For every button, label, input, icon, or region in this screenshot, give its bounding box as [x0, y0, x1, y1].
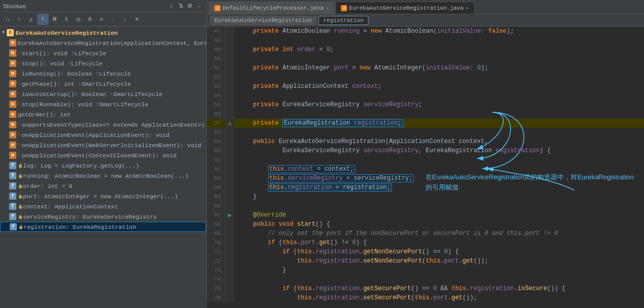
code-line-58: 58 [207, 128, 644, 137]
item-label: serviceRegistry: EurekaServiceRegistry [23, 214, 157, 220]
list-item[interactable]: m ↑ isRunning(): boolean ↑Lifecycle [0, 68, 206, 79]
list-item[interactable]: f 🔒 port: AtomicInteger = new AtomicInte… [0, 191, 206, 201]
line-gutter [225, 137, 234, 146]
line-gutter [225, 266, 234, 275]
item-label: order: int = 0 [23, 183, 72, 189]
override-icon: ↑ [18, 132, 20, 137]
tab-default-lifecycle[interactable]: J DefaultLifecycleProcessor.java ✕ [209, 2, 334, 14]
line-gutter [225, 27, 234, 36]
list-item[interactable]: m EurekaAutoServiceRegistration(Applicat… [0, 38, 206, 48]
line-gutter [225, 256, 234, 266]
method-icon: m [9, 152, 16, 159]
line-content [234, 128, 644, 137]
list-item[interactable]: m getOrder(): int [0, 109, 206, 120]
line-content: if (this.registration.getNonSecurePort()… [234, 247, 644, 256]
method-icon: m [9, 101, 16, 108]
line-gutter [225, 247, 234, 256]
line-content: this.serviceRegistry = serviceRegistry; [234, 174, 644, 183]
line-gutter [225, 128, 234, 137]
list-item[interactable]: m ↑ onApplicationEvent(WebServerlnitiali… [0, 140, 206, 150]
tab-eureka-registration[interactable]: J EurekaAutoServiceRegistration.java ✕ [335, 2, 474, 14]
code-line-53: 53 private ApplicationContext context; [207, 82, 644, 91]
breadcrumb-bar: EurekaAutoServiceRegistration registrati… [207, 14, 644, 27]
settings-btn[interactable]: ⚙ [186, 2, 194, 10]
line-content: public EurekaAutoServiceRegistration(App… [234, 137, 644, 146]
a-filter-btn[interactable]: A [84, 14, 95, 25]
line-gutter [225, 82, 234, 91]
item-label: port: AtomicInteger = new AtomicInteger(… [23, 193, 178, 200]
tab-close-btn[interactable]: ✕ [466, 5, 469, 11]
line-content: private ApplicationContext context; [234, 82, 644, 91]
item-label: log: Log = LogFactory.getLog(...) [23, 162, 139, 169]
code-line-51: 51 private AtomicInteger port = new Atom… [207, 63, 644, 73]
line-number: 65 [207, 192, 225, 201]
up-btn[interactable]: ↑ [14, 14, 25, 25]
list-item[interactable]: f 🔒 running: AtomicBoolean = new AtomicB… [0, 171, 206, 181]
item-label: onApplicationEvent(WebServerlnitializedE… [21, 142, 201, 149]
line-number: 68 [207, 220, 225, 229]
breadcrumb-field[interactable]: registration [318, 16, 368, 25]
list-item[interactable]: f 🔒 context: ApplicationContext [0, 201, 206, 211]
list-item[interactable]: m ↑ getPhase(): int ↑SmartLifecycle [0, 79, 206, 89]
line-gutter [225, 183, 234, 192]
list-item[interactable]: m ↑ stop(): void ↑Lifecycle [0, 58, 206, 68]
line-gutter-play: ▶ [225, 210, 234, 220]
list-item[interactable]: m ↑ start(): void ↑Lifecycle [0, 48, 206, 58]
line-number: 52 [207, 73, 225, 82]
close-btn[interactable]: ✕ [131, 14, 142, 25]
lambda-filter-btn[interactable]: λ [61, 14, 72, 25]
lock-icon: 🔒 [18, 184, 22, 188]
list-item[interactable]: f 🔒 serviceRegistry: EurekaServiceRegist… [0, 211, 206, 222]
expand-btn[interactable]: → [195, 2, 203, 10]
right-panel: J DefaultLifecycleProcessor.java ✕ J Eur… [207, 0, 644, 308]
breadcrumb-class[interactable]: EurekaAutoServiceRegistration [210, 16, 316, 25]
item-label: isAutoStartup(): boolean ↑SmartLifecycle [21, 91, 162, 98]
list-item[interactable]: m ↑ onApplicationEvent(ContextClosedEven… [0, 150, 206, 160]
tree-root-item[interactable]: ▼ C EurekaAutoServiceRegistration [0, 28, 206, 38]
tab-label: EurekaAutoServiceRegistration.java [349, 5, 463, 11]
line-gutter [225, 45, 234, 54]
item-label: stop(Runnable): void ↑SmartLifecycle [21, 101, 148, 108]
line-number: 56 [207, 109, 225, 119]
line-number: 63 [207, 174, 225, 183]
code-area[interactable]: 47 private AtomicBoolean running = new A… [207, 27, 644, 308]
line-number: 53 [207, 82, 225, 91]
tree-selected-item[interactable]: f 🔒 registration: EurekaRegistration [0, 222, 206, 232]
divider: | [108, 14, 119, 25]
tab-label: DefaultLifecycleProcessor.java [222, 5, 324, 11]
code-line-67: 67 ▶ @Override [207, 210, 644, 220]
down-arrow-btn[interactable]: ↓ [119, 14, 131, 25]
list-item[interactable]: f 🔒 log: Log = LogFactory.getLog(...) [0, 160, 206, 171]
list-item[interactable]: m ↑ supportsEventType(Class<? extends Ap… [0, 120, 206, 130]
tab-close-btn[interactable]: ✕ [326, 5, 329, 11]
line-number: 64 [207, 183, 225, 192]
f-filter-btn[interactable]: f [37, 14, 48, 25]
code-line-61: 61 [207, 155, 644, 164]
item-label: isRunning(): boolean ↑Lifecycle [21, 70, 131, 77]
code-line-74: 74 [207, 275, 644, 284]
list-item[interactable]: f 🔒 order: int = 0 [0, 181, 206, 191]
sort-btn[interactable]: ⇅ [177, 2, 185, 10]
line-number: 62 [207, 164, 225, 174]
line-content: } [234, 192, 644, 201]
line-content [234, 73, 644, 82]
list-item[interactable]: m ↑ isAutoStartup(): boolean ↑SmartLifec… [0, 89, 206, 99]
list-item[interactable]: m ↑ onApplicationEvent(ApplicationEvent)… [0, 130, 206, 140]
sort-alpha-btn[interactable]: ↕ [167, 2, 176, 10]
circle-filter-btn[interactable]: ◎ [72, 14, 84, 25]
warning-icon: ⚠ [228, 120, 232, 127]
h-filter-btn[interactable]: H [49, 14, 60, 25]
line-content [234, 201, 644, 210]
p-filter-btn[interactable]: p [26, 14, 37, 25]
field-icon: f [9, 203, 16, 210]
list-item[interactable]: m ↑ stop(Runnable): void ↑SmartLifecycle [0, 99, 206, 109]
line-number: 72 [207, 256, 225, 266]
line-content: this.registration = registration; [234, 183, 644, 192]
line-gutter [225, 238, 234, 247]
line-content: EurekaServiceRegistry serviceRegistry, E… [234, 146, 644, 155]
line-number: 58 [207, 128, 225, 137]
line-content: this.registration.setNonSecurePort(this.… [234, 256, 644, 266]
line-content [234, 109, 644, 119]
sort-order-btn[interactable]: ↑↓ [2, 14, 13, 25]
align-btn[interactable]: ≡ [96, 14, 107, 25]
